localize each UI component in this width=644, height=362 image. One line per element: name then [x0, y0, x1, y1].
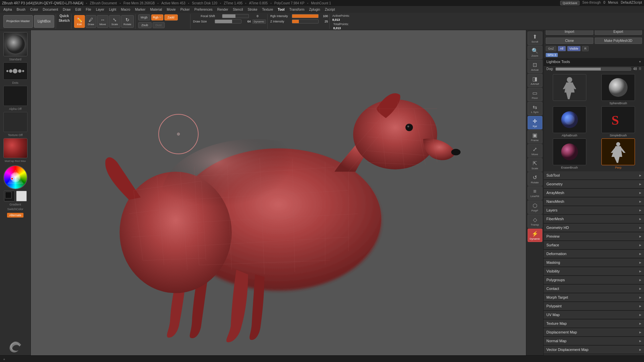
default-script[interactable]: DefaultZScript: [621, 1, 642, 5]
menu-stencil[interactable]: Stencil: [231, 7, 245, 12]
frame-button[interactable]: ▣ Frame: [528, 130, 542, 143]
menu-alpha[interactable]: Alpha: [1, 7, 14, 12]
contact-header[interactable]: Contact ▶: [544, 285, 644, 293]
menu-stroke[interactable]: Stroke: [246, 7, 259, 12]
uvmap-header[interactable]: UV Map ▶: [544, 311, 644, 319]
lsym-button[interactable]: ⇆ L Sym: [528, 102, 542, 115]
visibility-header[interactable]: Visibility ▶: [544, 267, 644, 276]
zsub-button[interactable]: Zsub: [138, 22, 152, 28]
draw-button[interactable]: 🖊 Draw: [86, 15, 97, 28]
mrgb-button[interactable]: Mrgb: [138, 14, 150, 20]
normalmap-header[interactable]: Normal Map ▶: [544, 337, 644, 345]
geometry-header[interactable]: Geometry ▶: [544, 180, 644, 188]
brush-item-human[interactable]: [546, 74, 593, 105]
material-preview[interactable]: [3, 138, 28, 158]
alpha-preview[interactable]: [3, 86, 28, 106]
menu-zplugin[interactable]: Zplugin: [307, 7, 322, 12]
menu-material[interactable]: Material: [148, 7, 164, 12]
preview-header[interactable]: Preview ▶: [544, 232, 644, 241]
menu-tool[interactable]: Tool: [276, 7, 286, 12]
dots-preview[interactable]: [3, 62, 28, 80]
projection-master-button[interactable]: Projection Master: [3, 15, 33, 28]
aahalf-button[interactable]: ◨ AAHalf: [528, 74, 542, 87]
dynamic-button[interactable]: Dynamic: [252, 19, 266, 24]
draw-size-slider[interactable]: [215, 19, 241, 23]
menu-render[interactable]: Render: [215, 7, 230, 12]
menu-marker[interactable]: Marker: [133, 7, 147, 12]
quick-save-button[interactable]: QuickSave: [560, 1, 580, 5]
clone-button[interactable]: Clone: [546, 38, 593, 44]
rotate-side-button[interactable]: ↺ Rotate: [528, 172, 542, 186]
menus-label[interactable]: Menus: [608, 1, 618, 5]
masking-header[interactable]: Masking ▶: [544, 258, 644, 267]
vectordisplacement-header[interactable]: Vector Displacement Map ▶: [544, 346, 644, 354]
geometryhd-header[interactable]: Geometry HD ▶: [544, 224, 644, 232]
menu-document[interactable]: Document: [41, 7, 60, 12]
move-button[interactable]: ↔ Move: [97, 15, 108, 28]
brush-item-simple[interactable]: S SimpleBrush: [595, 106, 642, 137]
menu-macro[interactable]: Macro: [119, 7, 132, 12]
r-button[interactable]: R: [582, 46, 589, 51]
texture-preview[interactable]: [3, 112, 28, 132]
brush-preview[interactable]: [3, 32, 28, 56]
visible-button[interactable]: Visible: [567, 46, 581, 51]
color-picker[interactable]: [3, 165, 28, 189]
dynamic3-button[interactable]: ⚡ Dynamic: [528, 229, 542, 242]
menu-brush[interactable]: Brush: [15, 7, 28, 12]
rgb-button[interactable]: Rgb M: [151, 14, 163, 20]
nanomesh-header[interactable]: NanoMesh ▶: [544, 197, 644, 206]
scale-button[interactable]: ⤡ Scale: [109, 15, 120, 28]
canvas-area[interactable]: [31, 30, 526, 355]
dust-button[interactable]: Dust: [153, 22, 165, 28]
subtool-header[interactable]: SubTool ▶: [544, 171, 644, 180]
menu-transform[interactable]: Transform: [287, 7, 306, 12]
texturemap-header[interactable]: Texture Map ▶: [544, 319, 644, 328]
goz-button[interactable]: GoZ: [546, 46, 556, 51]
deformation-header[interactable]: Deformation ▶: [544, 250, 644, 258]
brush-item-perp[interactable]: Perp: [595, 138, 642, 169]
menu-light[interactable]: Light: [107, 7, 118, 12]
foreground-swatch[interactable]: [4, 191, 15, 201]
menu-edit[interactable]: Edit: [73, 7, 83, 12]
linefill-button[interactable]: ≡ LineFill: [528, 186, 542, 200]
morphtarget-header[interactable]: Morph Target ▶: [544, 293, 644, 302]
menu-preferences[interactable]: Preferences: [193, 7, 215, 12]
polyf-button[interactable]: ⬡ PolyF: [528, 200, 542, 214]
lightbox-tools-header[interactable]: Lightbox Tools ▼: [544, 58, 644, 66]
focal-shift-slider[interactable]: [222, 14, 249, 18]
polypaint-header[interactable]: Polypaint ▶: [544, 302, 644, 310]
move-side-button[interactable]: ⤢ Move: [528, 144, 542, 158]
xyz-button[interactable]: ✛ Xyz: [528, 116, 542, 129]
layers-header[interactable]: Layers ▶: [544, 206, 644, 215]
displacementmap-header[interactable]: Displacement Map ▶: [544, 328, 644, 337]
menu-picker[interactable]: Picker: [178, 7, 192, 12]
brush-item-alpha[interactable]: AlphaBrush: [546, 106, 593, 137]
dog-slider[interactable]: [555, 67, 631, 71]
menu-zscript[interactable]: Zscript: [323, 7, 337, 12]
fibermesh-header[interactable]: FiberMesh ▶: [544, 215, 644, 223]
arraymesh-header[interactable]: ArrayMesh ▶: [544, 189, 644, 197]
actual-button[interactable]: ⊡ Actual: [528, 60, 542, 73]
menu-file[interactable]: File: [84, 7, 93, 12]
make-polymesh-button[interactable]: Make PolyMesh3D: [595, 38, 642, 44]
menu-texture[interactable]: Texture: [260, 7, 275, 12]
brush-item-eraser[interactable]: EraserBrush: [546, 138, 593, 169]
color-wheel[interactable]: [3, 165, 28, 189]
surface-header[interactable]: Surface ▶: [544, 241, 644, 249]
z-intensity-slider[interactable]: [292, 19, 319, 23]
background-swatch[interactable]: [16, 191, 27, 201]
menu-layer[interactable]: Layer: [94, 7, 106, 12]
floor-button[interactable]: ▭ Floor: [528, 88, 542, 101]
polygroups-header[interactable]: Polygroups ▶: [544, 276, 644, 284]
rgb-intensity-slider[interactable]: [292, 14, 319, 18]
rotate-button[interactable]: ↻ Rotate: [121, 15, 134, 28]
lightbox-button[interactable]: LightBox: [34, 15, 54, 28]
alternate-button[interactable]: Alternate: [7, 213, 23, 218]
menu-color[interactable]: Color: [28, 7, 40, 12]
menu-movie[interactable]: Movie: [165, 7, 178, 12]
brush-item-sphere[interactable]: SphereBrush: [595, 74, 642, 105]
scroll-button[interactable]: ⬆ Scroll: [528, 32, 542, 45]
scale-side-button[interactable]: ⇱ Scale: [528, 158, 542, 172]
zoom-button[interactable]: 🔍 Zoom: [528, 46, 542, 59]
zadd-button[interactable]: Zadd: [164, 14, 178, 20]
